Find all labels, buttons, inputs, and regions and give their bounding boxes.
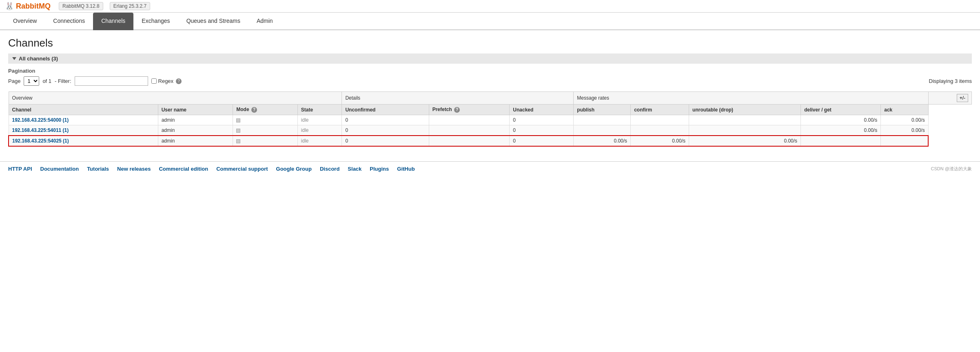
unroutable-cell: 0.00/s (784, 138, 797, 144)
pagination-row: Page 1 of 1 - Filter: Regex ? Displaying… (8, 76, 972, 86)
section-title: All channels (3) (19, 56, 58, 62)
regex-checkbox[interactable] (151, 78, 157, 84)
state-cell: idle (301, 127, 309, 133)
footer: HTTP API Documentation Tutorials New rel… (0, 161, 980, 176)
logo: 🐰 RabbitMQ (5, 2, 51, 11)
footer-link-commercial-support[interactable]: Commercial support (216, 166, 268, 172)
group-message-rates: Message rates (574, 92, 928, 105)
page-select[interactable]: 1 (24, 76, 39, 86)
deliver-get-cell: 0.00/s (804, 127, 877, 133)
rabbitmq-version-badge: RabbitMQ 3.12.8 (59, 2, 103, 10)
unconfirmed-cell: 0 (345, 117, 348, 123)
section-header[interactable]: All channels (3) (8, 53, 972, 64)
col-unroutable: unroutable (drop) (689, 105, 801, 115)
footer-link-slack[interactable]: Slack (348, 166, 361, 172)
channel-table: Overview Details Message rates +/- Chann… (8, 91, 972, 147)
collapse-icon (12, 57, 16, 60)
filter-input[interactable] (75, 76, 148, 86)
table-body: 192.168.43.225:54000 (1)adminidle000.00/… (9, 115, 972, 147)
footer-link-plugins[interactable]: Plugins (370, 166, 389, 172)
unacked-cell: 0 (513, 138, 516, 144)
unconfirmed-cell: 0 (345, 138, 348, 144)
tab-connections[interactable]: Connections (45, 13, 93, 30)
channel-link[interactable]: 192.168.43.225:54025 (1) (12, 138, 69, 144)
footer-link-http-api[interactable]: HTTP API (8, 166, 32, 172)
footer-link-commercial-edition[interactable]: Commercial edition (159, 166, 208, 172)
regex-label: Regex (158, 78, 174, 84)
top-bar: 🐰 RabbitMQ RabbitMQ 3.12.8 Erlang 25.3.2… (0, 0, 980, 13)
prefetch-help-icon[interactable]: ? (454, 107, 460, 113)
footer-link-documentation[interactable]: Documentation (40, 166, 79, 172)
col-unconfirmed: Unconfirmed (342, 105, 429, 115)
publish-cell: 0.00/s (614, 138, 627, 144)
group-details: Details (342, 92, 574, 105)
plus-minus-button[interactable]: +/- (957, 94, 968, 102)
table-row[interactable]: 192.168.43.225:54011 (1)adminidle000.00/… (9, 125, 972, 136)
tab-channels[interactable]: Channels (93, 13, 133, 30)
col-ack: ack (881, 105, 928, 115)
col-publish: publish (574, 105, 631, 115)
col-state: State (297, 105, 342, 115)
user-name-cell: admin (162, 117, 175, 123)
erlang-version-badge: Erlang 25.3.2.7 (110, 2, 150, 10)
filter-label: - Filter: (55, 78, 71, 84)
group-overview: Overview (9, 92, 342, 105)
mode-cell (236, 138, 242, 144)
regex-container: Regex ? (151, 78, 182, 84)
tab-admin[interactable]: Admin (248, 13, 281, 30)
deliver-get-cell: 0.00/s (804, 117, 877, 123)
regex-help-icon[interactable]: ? (176, 78, 182, 84)
table-row[interactable]: 192.168.43.225:54000 (1)adminidle000.00/… (9, 115, 972, 125)
user-name-cell: admin (162, 138, 175, 144)
displaying-text: Displaying 3 items (929, 78, 972, 84)
footer-link-github[interactable]: GitHub (397, 166, 415, 172)
nav-tabs: Overview Connections Channels Exchanges … (0, 13, 980, 30)
tab-queues-and-streams[interactable]: Queues and Streams (178, 13, 248, 30)
mode-cell (236, 127, 242, 133)
col-channel: Channel (9, 105, 158, 115)
main-content: Channels All channels (3) Pagination Pag… (0, 30, 980, 153)
footer-link-new-releases[interactable]: New releases (117, 166, 151, 172)
state-cell: idle (301, 117, 309, 123)
user-name-cell: admin (162, 127, 175, 133)
footer-link-discord[interactable]: Discord (320, 166, 339, 172)
unacked-cell: 0 (513, 127, 516, 133)
col-deliver-get: deliver / get (801, 105, 881, 115)
tab-overview[interactable]: Overview (5, 13, 45, 30)
col-header-row: Channel User name Mode ? State Unconfirm… (9, 105, 972, 115)
col-unacked: Unacked (510, 105, 574, 115)
unconfirmed-cell: 0 (345, 127, 348, 133)
channel-link[interactable]: 192.168.43.225:54011 (1) (12, 127, 69, 133)
col-prefetch: Prefetch ? (429, 105, 510, 115)
confirm-cell: 0.00/s (672, 138, 685, 144)
page-of-label: of 1 (42, 78, 51, 84)
page-title: Channels (8, 37, 972, 49)
state-cell: idle (301, 138, 309, 144)
tab-exchanges[interactable]: Exchanges (133, 13, 178, 30)
ack-cell: 0.00/s (884, 127, 925, 133)
page-label: Page (8, 78, 20, 84)
mode-cell (236, 117, 242, 123)
table-row[interactable]: 192.168.43.225:54025 (1)adminidle000.00/… (9, 136, 972, 146)
pagination-controls: Page 1 of 1 - Filter: Regex ? (8, 76, 182, 86)
col-mode: Mode ? (233, 105, 298, 115)
footer-link-google-group[interactable]: Google Group (276, 166, 312, 172)
group-header-row: Overview Details Message rates +/- (9, 92, 972, 105)
col-confirm: confirm (631, 105, 689, 115)
footer-link-tutorials[interactable]: Tutorials (87, 166, 109, 172)
unacked-cell: 0 (513, 117, 516, 123)
pagination-label: Pagination (8, 68, 972, 74)
ack-cell: 0.00/s (884, 117, 925, 123)
col-user-name: User name (158, 105, 233, 115)
pagination-section: Pagination Page 1 of 1 - Filter: Regex ?… (8, 68, 972, 86)
channel-link[interactable]: 192.168.43.225:54000 (1) (12, 117, 69, 123)
mode-help-icon[interactable]: ? (251, 107, 257, 113)
footer-credit: CSDN @渣达的大象 (931, 166, 972, 172)
